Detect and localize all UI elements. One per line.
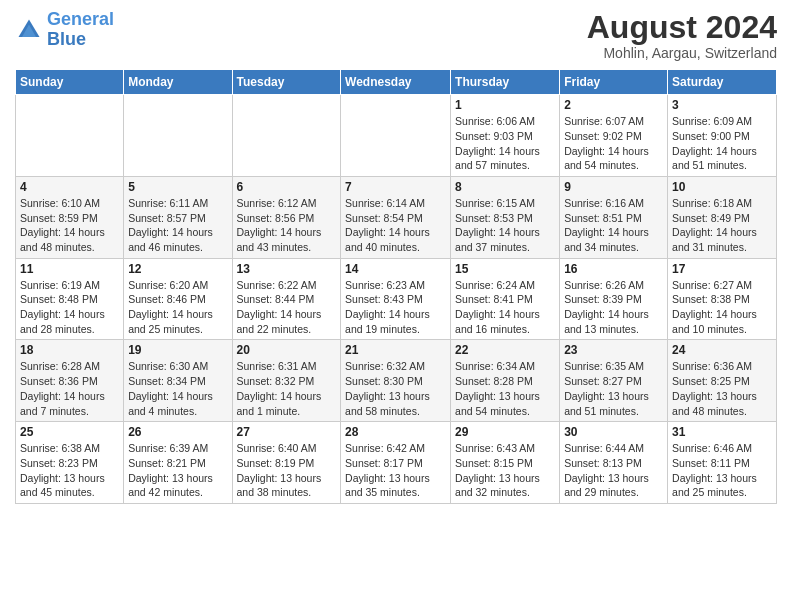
day-number: 8 — [455, 180, 555, 194]
day-number: 5 — [128, 180, 227, 194]
calendar-cell: 7Sunrise: 6:14 AM Sunset: 8:54 PM Daylig… — [341, 176, 451, 258]
logo-general: General — [47, 9, 114, 29]
calendar-cell: 17Sunrise: 6:27 AM Sunset: 8:38 PM Dayli… — [668, 258, 777, 340]
day-info: Sunrise: 6:27 AM Sunset: 8:38 PM Dayligh… — [672, 278, 772, 337]
calendar-cell: 14Sunrise: 6:23 AM Sunset: 8:43 PM Dayli… — [341, 258, 451, 340]
calendar-week-row: 1Sunrise: 6:06 AM Sunset: 9:03 PM Daylig… — [16, 95, 777, 177]
calendar-cell: 11Sunrise: 6:19 AM Sunset: 8:48 PM Dayli… — [16, 258, 124, 340]
day-info: Sunrise: 6:43 AM Sunset: 8:15 PM Dayligh… — [455, 441, 555, 500]
day-number: 19 — [128, 343, 227, 357]
calendar-cell: 1Sunrise: 6:06 AM Sunset: 9:03 PM Daylig… — [451, 95, 560, 177]
calendar-cell: 18Sunrise: 6:28 AM Sunset: 8:36 PM Dayli… — [16, 340, 124, 422]
calendar-cell: 31Sunrise: 6:46 AM Sunset: 8:11 PM Dayli… — [668, 422, 777, 504]
calendar-cell: 5Sunrise: 6:11 AM Sunset: 8:57 PM Daylig… — [124, 176, 232, 258]
calendar-week-row: 18Sunrise: 6:28 AM Sunset: 8:36 PM Dayli… — [16, 340, 777, 422]
day-info: Sunrise: 6:32 AM Sunset: 8:30 PM Dayligh… — [345, 359, 446, 418]
header-wednesday: Wednesday — [341, 70, 451, 95]
calendar-cell: 10Sunrise: 6:18 AM Sunset: 8:49 PM Dayli… — [668, 176, 777, 258]
day-number: 31 — [672, 425, 772, 439]
day-number: 13 — [237, 262, 337, 276]
day-number: 2 — [564, 98, 663, 112]
calendar-cell: 12Sunrise: 6:20 AM Sunset: 8:46 PM Dayli… — [124, 258, 232, 340]
title-block: August 2024 Mohlin, Aargau, Switzerland — [587, 10, 777, 61]
day-info: Sunrise: 6:26 AM Sunset: 8:39 PM Dayligh… — [564, 278, 663, 337]
calendar-cell: 19Sunrise: 6:30 AM Sunset: 8:34 PM Dayli… — [124, 340, 232, 422]
day-number: 17 — [672, 262, 772, 276]
calendar-cell: 9Sunrise: 6:16 AM Sunset: 8:51 PM Daylig… — [560, 176, 668, 258]
day-number: 26 — [128, 425, 227, 439]
day-number: 18 — [20, 343, 119, 357]
logo: General Blue — [15, 10, 114, 50]
calendar-cell: 15Sunrise: 6:24 AM Sunset: 8:41 PM Dayli… — [451, 258, 560, 340]
day-number: 6 — [237, 180, 337, 194]
calendar-cell — [232, 95, 341, 177]
day-info: Sunrise: 6:06 AM Sunset: 9:03 PM Dayligh… — [455, 114, 555, 173]
day-info: Sunrise: 6:35 AM Sunset: 8:27 PM Dayligh… — [564, 359, 663, 418]
header-thursday: Thursday — [451, 70, 560, 95]
calendar-cell — [124, 95, 232, 177]
day-info: Sunrise: 6:34 AM Sunset: 8:28 PM Dayligh… — [455, 359, 555, 418]
day-info: Sunrise: 6:44 AM Sunset: 8:13 PM Dayligh… — [564, 441, 663, 500]
day-info: Sunrise: 6:23 AM Sunset: 8:43 PM Dayligh… — [345, 278, 446, 337]
day-number: 20 — [237, 343, 337, 357]
day-info: Sunrise: 6:40 AM Sunset: 8:19 PM Dayligh… — [237, 441, 337, 500]
header-tuesday: Tuesday — [232, 70, 341, 95]
day-number: 23 — [564, 343, 663, 357]
header-saturday: Saturday — [668, 70, 777, 95]
day-info: Sunrise: 6:46 AM Sunset: 8:11 PM Dayligh… — [672, 441, 772, 500]
weekday-header-row: Sunday Monday Tuesday Wednesday Thursday… — [16, 70, 777, 95]
calendar-cell — [16, 95, 124, 177]
calendar-cell: 28Sunrise: 6:42 AM Sunset: 8:17 PM Dayli… — [341, 422, 451, 504]
calendar-cell: 23Sunrise: 6:35 AM Sunset: 8:27 PM Dayli… — [560, 340, 668, 422]
calendar-cell: 22Sunrise: 6:34 AM Sunset: 8:28 PM Dayli… — [451, 340, 560, 422]
day-info: Sunrise: 6:19 AM Sunset: 8:48 PM Dayligh… — [20, 278, 119, 337]
calendar-cell: 21Sunrise: 6:32 AM Sunset: 8:30 PM Dayli… — [341, 340, 451, 422]
day-number: 12 — [128, 262, 227, 276]
page-container: General Blue August 2024 Mohlin, Aargau,… — [0, 0, 792, 514]
location-subtitle: Mohlin, Aargau, Switzerland — [587, 45, 777, 61]
calendar-cell: 2Sunrise: 6:07 AM Sunset: 9:02 PM Daylig… — [560, 95, 668, 177]
calendar-cell: 4Sunrise: 6:10 AM Sunset: 8:59 PM Daylig… — [16, 176, 124, 258]
day-info: Sunrise: 6:07 AM Sunset: 9:02 PM Dayligh… — [564, 114, 663, 173]
day-number: 28 — [345, 425, 446, 439]
day-number: 21 — [345, 343, 446, 357]
day-info: Sunrise: 6:16 AM Sunset: 8:51 PM Dayligh… — [564, 196, 663, 255]
day-info: Sunrise: 6:28 AM Sunset: 8:36 PM Dayligh… — [20, 359, 119, 418]
day-number: 15 — [455, 262, 555, 276]
calendar-week-row: 4Sunrise: 6:10 AM Sunset: 8:59 PM Daylig… — [16, 176, 777, 258]
day-number: 14 — [345, 262, 446, 276]
day-info: Sunrise: 6:42 AM Sunset: 8:17 PM Dayligh… — [345, 441, 446, 500]
calendar-cell: 27Sunrise: 6:40 AM Sunset: 8:19 PM Dayli… — [232, 422, 341, 504]
day-info: Sunrise: 6:14 AM Sunset: 8:54 PM Dayligh… — [345, 196, 446, 255]
calendar-week-row: 25Sunrise: 6:38 AM Sunset: 8:23 PM Dayli… — [16, 422, 777, 504]
day-number: 9 — [564, 180, 663, 194]
day-info: Sunrise: 6:20 AM Sunset: 8:46 PM Dayligh… — [128, 278, 227, 337]
day-number: 30 — [564, 425, 663, 439]
day-info: Sunrise: 6:11 AM Sunset: 8:57 PM Dayligh… — [128, 196, 227, 255]
calendar-cell: 16Sunrise: 6:26 AM Sunset: 8:39 PM Dayli… — [560, 258, 668, 340]
calendar-cell: 6Sunrise: 6:12 AM Sunset: 8:56 PM Daylig… — [232, 176, 341, 258]
day-info: Sunrise: 6:09 AM Sunset: 9:00 PM Dayligh… — [672, 114, 772, 173]
calendar-cell — [341, 95, 451, 177]
calendar-cell: 24Sunrise: 6:36 AM Sunset: 8:25 PM Dayli… — [668, 340, 777, 422]
day-number: 4 — [20, 180, 119, 194]
day-info: Sunrise: 6:15 AM Sunset: 8:53 PM Dayligh… — [455, 196, 555, 255]
logo-text: General Blue — [47, 10, 114, 50]
day-info: Sunrise: 6:39 AM Sunset: 8:21 PM Dayligh… — [128, 441, 227, 500]
day-info: Sunrise: 6:30 AM Sunset: 8:34 PM Dayligh… — [128, 359, 227, 418]
day-info: Sunrise: 6:12 AM Sunset: 8:56 PM Dayligh… — [237, 196, 337, 255]
header-sunday: Sunday — [16, 70, 124, 95]
day-info: Sunrise: 6:24 AM Sunset: 8:41 PM Dayligh… — [455, 278, 555, 337]
calendar-cell: 20Sunrise: 6:31 AM Sunset: 8:32 PM Dayli… — [232, 340, 341, 422]
day-info: Sunrise: 6:31 AM Sunset: 8:32 PM Dayligh… — [237, 359, 337, 418]
day-number: 24 — [672, 343, 772, 357]
day-info: Sunrise: 6:38 AM Sunset: 8:23 PM Dayligh… — [20, 441, 119, 500]
header-row: General Blue August 2024 Mohlin, Aargau,… — [15, 10, 777, 61]
calendar-cell: 25Sunrise: 6:38 AM Sunset: 8:23 PM Dayli… — [16, 422, 124, 504]
calendar-table: Sunday Monday Tuesday Wednesday Thursday… — [15, 69, 777, 504]
day-number: 3 — [672, 98, 772, 112]
logo-blue: Blue — [47, 29, 86, 49]
day-info: Sunrise: 6:22 AM Sunset: 8:44 PM Dayligh… — [237, 278, 337, 337]
logo-icon — [15, 16, 43, 44]
day-number: 10 — [672, 180, 772, 194]
